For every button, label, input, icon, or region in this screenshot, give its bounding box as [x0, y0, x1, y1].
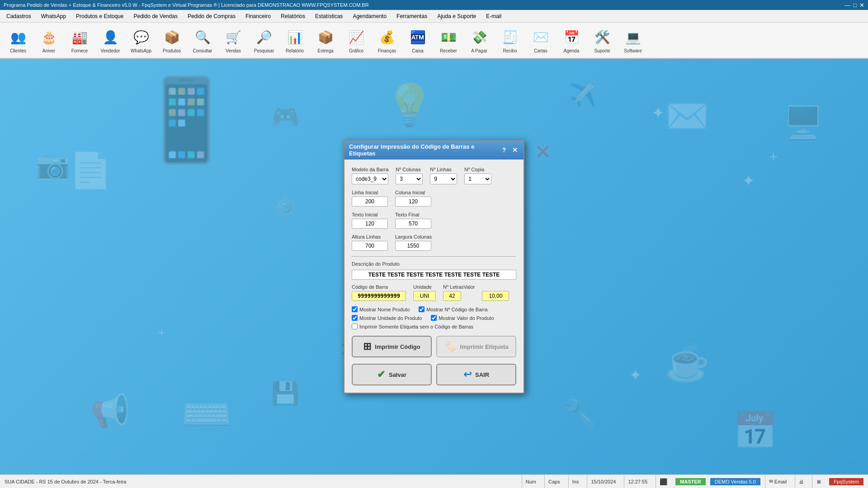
printer-icon: 🖨 [799, 479, 804, 484]
menu-email[interactable]: E-mail [481, 11, 506, 21]
toolbar-caixa[interactable]: 🏧 Caixa [403, 24, 432, 56]
toolbar-receber[interactable]: 💵 Receber [434, 24, 463, 56]
toolbar-vendedor[interactable]: 👤 Vendedor [96, 24, 125, 56]
field-descricao: Descrição do Produto TESTE TESTE TESTE T… [352, 261, 516, 280]
toolbar-consultar[interactable]: 🔍 Consultar [188, 24, 217, 56]
toolbar-agenda[interactable]: 📅 Agenda [557, 24, 586, 56]
modelo-barra-select[interactable]: code3_9 code128 ean13 ean8 [352, 174, 388, 184]
vendas-label: Vendas [226, 48, 241, 53]
produtos-label: Produtos [163, 48, 181, 53]
num-linhas-select[interactable]: 1234 5678 910 [430, 174, 457, 184]
largura-colunas-input[interactable]: 1550 [395, 241, 431, 251]
fornece-label: Fornece [71, 48, 88, 53]
altura-linhas-label: Altura Linhas [352, 234, 388, 239]
num-copia-select[interactable]: 123 45 [464, 174, 491, 184]
status-ins: Ins [568, 475, 583, 488]
unidade-input[interactable]: UNI [413, 291, 436, 301]
close-btn[interactable]: ✕ [859, 2, 864, 9]
cb-imprimir-etiqueta-item: Imprimir Somente Etiqueta sem o Código d… [352, 324, 473, 329]
menu-estatisticas[interactable]: Estatísticas [311, 11, 347, 21]
status-email-icon: ✉ Email [765, 475, 791, 488]
descricao-input[interactable]: TESTE TESTE TESTE TESTE TESTE TESTE TEST… [352, 270, 516, 280]
toolbar-pesquisar[interactable]: 🔎 Pesquisar [250, 24, 278, 56]
toolbar-suporte[interactable]: 🛠️ Suporte [588, 24, 617, 56]
menu-agendamento[interactable]: Agendamento [348, 11, 391, 21]
altura-linhas-input[interactable]: 700 [352, 241, 388, 251]
maximize-btn[interactable]: □ [853, 2, 857, 9]
toolbar-produtos[interactable]: 📦 Produtos [157, 24, 186, 56]
title-bar-controls: — □ ✕ [844, 2, 864, 9]
field-coluna-inicial: Coluna Inicial 120 [395, 190, 431, 206]
texto-final-input[interactable]: 570 [395, 219, 431, 229]
num-colunas-select[interactable]: 1 2 3 4 5 [396, 174, 423, 184]
codigo-barra-input[interactable]: 9999999999999 [352, 291, 406, 301]
grafico-label: Gráfico [349, 48, 363, 53]
menu-cadastros[interactable]: Cadastros [2, 11, 36, 21]
menu-produtos-estoque[interactable]: Produtos e Estoque [71, 11, 128, 21]
menu-whatsapp[interactable]: WhatsApp [37, 11, 71, 21]
cb-mostrar-num-cod[interactable] [419, 306, 425, 312]
apagar-icon: 💸 [469, 28, 489, 47]
field-unidade: Unidade UNI [413, 284, 436, 301]
grafico-icon: 📈 [346, 28, 366, 47]
aniver-label: Aniver [42, 48, 55, 53]
field-altura-linhas: Altura Linhas 700 [352, 234, 388, 251]
toolbar-software[interactable]: 💻 Software [618, 24, 647, 56]
menu-pedido-compras[interactable]: Pedido de Compras [183, 11, 240, 21]
cb-mostrar-valor-label: Mostrar Valor do Produto [439, 315, 494, 321]
imprimir-codigo-btn[interactable]: ⊞ Imprimir Código [352, 336, 432, 357]
checkbox-row-3: Imprimir Somente Etiqueta sem o Código d… [352, 324, 516, 329]
cartas-label: Cartas [534, 48, 547, 53]
menu-relatorios[interactable]: Relatórios [276, 11, 310, 21]
toolbar-aniver[interactable]: 🎂 Aniver [34, 24, 63, 56]
toolbar-vendas[interactable]: 🛒 Vendas [219, 24, 248, 56]
sair-label: SAIR [475, 371, 489, 378]
divider-1 [352, 256, 516, 257]
cb-mostrar-unidade[interactable] [352, 315, 358, 321]
cb-mostrar-valor-item: Mostrar Valor do Produto [431, 315, 494, 321]
cb-mostrar-nome[interactable] [352, 306, 358, 312]
menu-ajuda-suporte[interactable]: Ajuda e Suporte [433, 11, 481, 21]
modal-help-btn[interactable]: ? [500, 146, 508, 154]
caixa-label: Caixa [412, 48, 424, 53]
unidade-label: Unidade [413, 284, 436, 290]
toolbar-grafico[interactable]: 📈 Gráfico [342, 24, 371, 56]
toolbar-apagar[interactable]: 💸 A Pagar [465, 24, 494, 56]
coluna-inicial-input[interactable]: 120 [395, 197, 431, 206]
toolbar-whatsapp[interactable]: 💬 WhatsApp [127, 24, 156, 56]
recibo-icon: 🧾 [500, 28, 520, 47]
menu-ferramentas[interactable]: Ferramentas [392, 11, 432, 21]
menu-pedido-vendas[interactable]: Pedido de Vendas [129, 11, 182, 21]
toolbar-relatorio[interactable]: 📊 Relatório [280, 24, 309, 56]
sair-btn[interactable]: ↩ SAIR [436, 364, 516, 385]
status-demo: DEMO Vendas 5.0 [710, 478, 760, 485]
imprimir-etiqueta-btn[interactable]: 🏷️ Imprimir Etiqueta [436, 336, 516, 357]
vendas-icon: 🛒 [223, 28, 243, 47]
salvar-btn[interactable]: ✔ Salvar [352, 364, 432, 385]
num-letras-input[interactable]: 42 [443, 291, 461, 301]
produtos-icon: 📦 [162, 28, 182, 47]
cb-imprimir-etiqueta[interactable] [352, 324, 358, 329]
barcode-icon: ⊞ [363, 341, 371, 352]
checkbox-row-1: Mostrar Nome Produto Mostrar Nº Código d… [352, 306, 516, 312]
toolbar-cartas[interactable]: ✉️ Cartas [526, 24, 555, 56]
toolbar-financas[interactable]: 💰 Finanças [373, 24, 401, 56]
num-letras-label: Nº LetrasValor [443, 284, 475, 290]
cb-mostrar-valor[interactable] [431, 315, 437, 321]
cb-mostrar-nome-label: Mostrar Nome Produto [359, 307, 410, 312]
toolbar-entrega[interactable]: 📦 Entrega [311, 24, 340, 56]
monitor-icon: 🖥 [816, 479, 821, 484]
modal-close-btn[interactable]: ✕ [511, 146, 519, 154]
toolbar-fornece[interactable]: 🏭 Fornece [65, 24, 94, 56]
checkbox-row-2: Mostrar Unidade do Produto Mostrar Valor… [352, 315, 516, 321]
toolbar-recibo[interactable]: 🧾 Recibo [495, 24, 524, 56]
toolbar-clientes[interactable]: 👥 Clientes [4, 24, 33, 56]
valor-input[interactable]: 10,00 [482, 291, 509, 301]
menu-financeiro[interactable]: Financeiro [241, 11, 275, 21]
caixa-icon: 🏧 [408, 28, 428, 47]
minimize-btn[interactable]: — [844, 2, 850, 9]
texto-inicial-input[interactable]: 120 [352, 219, 388, 229]
exit-icon: ↩ [463, 369, 472, 380]
texto-final-label: Texto Final [395, 212, 431, 217]
linha-inicial-input[interactable]: 200 [352, 197, 388, 206]
